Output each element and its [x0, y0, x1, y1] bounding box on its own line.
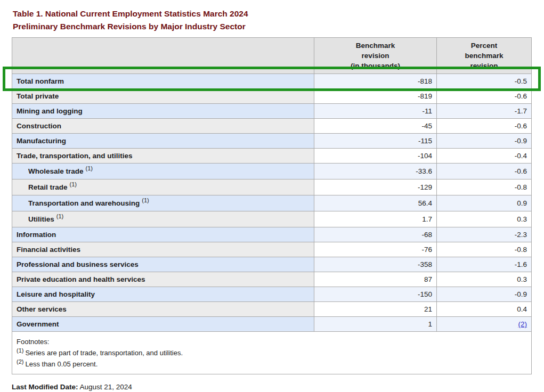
industry-label: Private education and health services	[17, 275, 145, 283]
footnote-2: (2)Less than 0.05 percent.	[17, 358, 526, 370]
benchmark-revision-cell: -115	[314, 134, 437, 149]
benchmark-revision-cell: -68	[314, 227, 437, 242]
page: Table 1. National Current Employment Sta…	[0, 0, 544, 391]
table-row-total-nonfarm: Total nonfarm-818-0.5	[12, 74, 532, 89]
benchmark-revision-cell: -818	[314, 74, 437, 89]
industry-cell: Retail trade(1)	[12, 179, 314, 195]
table-title-line1: Table 1. National Current Employment Sta…	[13, 7, 544, 20]
last-modified: Last Modified Date: August 21, 2024	[12, 383, 544, 391]
industry-label: Professional and business services	[17, 260, 139, 268]
column-header-percent-benchmark-revision: Percent benchmark revision	[437, 38, 532, 74]
industry-label: Trade, transportation, and utilities	[17, 152, 133, 160]
industry-label: Transportation and warehousing	[28, 199, 140, 207]
industry-label: Construction	[17, 122, 61, 130]
footnotes-cell: Footnotes: (1)Series are part of trade, …	[12, 332, 532, 374]
industry-cell: Leisure and hospitality	[12, 287, 314, 302]
percent-benchmark-revision-cell: -2.3	[437, 227, 532, 242]
header-row: Benchmark revision (in thousands) Percen…	[12, 38, 532, 74]
percent-benchmark-revision-cell: -0.5	[437, 74, 532, 89]
percent-benchmark-revision-cell: -0.4	[437, 149, 532, 164]
industry-cell: Private education and health services	[12, 272, 314, 287]
percent-benchmark-revision-cell: (2)	[437, 317, 532, 332]
footnote-1-reference: (1)	[70, 181, 77, 187]
benchmark-revision-cell: -150	[314, 287, 437, 302]
footnote-2-link[interactable]: (2)	[518, 320, 527, 328]
table-row-other-services: Other services210.4	[12, 302, 532, 317]
column-header-benchmark-revision: Benchmark revision (in thousands)	[314, 38, 437, 74]
industry-label: Total private	[17, 92, 59, 100]
industry-label: Leisure and hospitality	[17, 290, 95, 298]
industry-label: Information	[17, 231, 56, 239]
percent-benchmark-revision-cell: 0.9	[437, 195, 532, 211]
table-row-information: Information-68-2.3	[12, 227, 532, 242]
industry-cell: Construction	[12, 119, 314, 134]
footnotes-row: Footnotes: (1)Series are part of trade, …	[12, 332, 532, 374]
percent-benchmark-revision-cell: -0.8	[437, 242, 532, 257]
percent-benchmark-revision-cell: 0.4	[437, 302, 532, 317]
last-modified-label: Last Modified Date:	[12, 383, 78, 391]
benchmark-revision-cell: 87	[314, 272, 437, 287]
industry-label: Utilities	[28, 215, 54, 223]
industry-label: Total nonfarm	[17, 77, 64, 85]
table-row-wholesale-trade: Wholesale trade(1)-33.6-0.6	[12, 164, 532, 179]
footnote-1-text: Series are part of trade, transportation…	[25, 349, 183, 357]
benchmark-revision-cell: -76	[314, 242, 437, 257]
benchmark-revisions-table: Benchmark revision (in thousands) Percen…	[12, 37, 532, 374]
benchmark-revision-cell: -33.6	[314, 164, 437, 179]
industry-cell: Information	[12, 227, 314, 242]
industry-cell: Mining and logging	[12, 104, 314, 119]
percent-benchmark-revision-cell: -0.8	[437, 179, 532, 195]
benchmark-table-wrap: Benchmark revision (in thousands) Percen…	[12, 37, 531, 374]
benchmark-revision-cell: -819	[314, 89, 437, 104]
table-row-trade-transportation-and-utilities: Trade, transportation, and utilities-104…	[12, 149, 532, 164]
benchmark-revision-cell: -358	[314, 257, 437, 272]
benchmark-revision-cell: -104	[314, 149, 437, 164]
industry-label: Wholesale trade	[28, 167, 84, 175]
table-row-mining-and-logging: Mining and logging-11-1.7	[12, 104, 532, 119]
industry-cell: Wholesale trade(1)	[12, 164, 314, 179]
table-row-government: Government1(2)	[12, 317, 532, 332]
percent-benchmark-revision-cell: -0.6	[437, 119, 532, 134]
table-row-manufacturing: Manufacturing-115-0.9	[12, 134, 532, 149]
percent-benchmark-revision-cell: 0.3	[437, 272, 532, 287]
table-row-construction: Construction-45-0.6	[12, 119, 532, 134]
benchmark-revision-cell: -45	[314, 119, 437, 134]
table-row-total-private: Total private-819-0.6	[12, 89, 532, 104]
benchmark-revision-cell: 56.4	[314, 195, 437, 211]
footnote-1-reference: (1)	[56, 213, 63, 219]
column-header-industry	[12, 38, 314, 74]
industry-cell: Government	[12, 317, 314, 332]
benchmark-revision-cell: -129	[314, 179, 437, 195]
percent-benchmark-revision-cell: -0.6	[437, 89, 532, 104]
footnote-2-marker: (2)	[17, 358, 23, 365]
industry-cell: Total nonfarm	[12, 74, 314, 89]
industry-label: Manufacturing	[17, 137, 66, 145]
footnotes-heading: Footnotes:	[17, 336, 526, 347]
table-title-line2: Preliminary Benchmark Revisions by Major…	[13, 20, 544, 33]
industry-cell: Financial activities	[12, 242, 314, 257]
industry-cell: Professional and business services	[12, 257, 314, 272]
industry-cell: Other services	[12, 302, 314, 317]
benchmark-revision-cell: 1	[314, 317, 437, 332]
table-row-professional-and-business-services: Professional and business services-358-1…	[12, 257, 532, 272]
table-title: Table 1. National Current Employment Sta…	[13, 7, 544, 33]
industry-label: Government	[17, 320, 59, 328]
percent-benchmark-revision-cell: -0.9	[437, 134, 532, 149]
footnote-1-marker: (1)	[17, 347, 23, 354]
last-modified-value: August 21, 2024	[80, 383, 132, 391]
footnote-1: (1)Series are part of trade, transportat…	[17, 347, 526, 358]
benchmark-revision-cell: 21	[314, 302, 437, 317]
footnote-1-reference: (1)	[86, 165, 93, 172]
industry-cell: Trade, transportation, and utilities	[12, 149, 314, 164]
table-row-transportation-and-warehousing: Transportation and warehousing(1)56.40.9	[12, 195, 532, 211]
table-row-financial-activities: Financial activities-76-0.8	[12, 242, 532, 257]
table-row-private-education-and-health-services: Private education and health services870…	[12, 272, 532, 287]
footnote-1-reference: (1)	[142, 197, 149, 203]
percent-benchmark-revision-cell: -1.7	[437, 104, 532, 119]
table-row-utilities: Utilities(1)1.70.3	[12, 211, 532, 227]
footnote-2-text: Less than 0.05 percent.	[25, 360, 98, 368]
industry-cell: Total private	[12, 89, 314, 104]
percent-benchmark-revision-cell: -0.9	[437, 287, 532, 302]
industry-label: Other services	[17, 305, 67, 313]
benchmark-revision-cell: -11	[314, 104, 437, 119]
